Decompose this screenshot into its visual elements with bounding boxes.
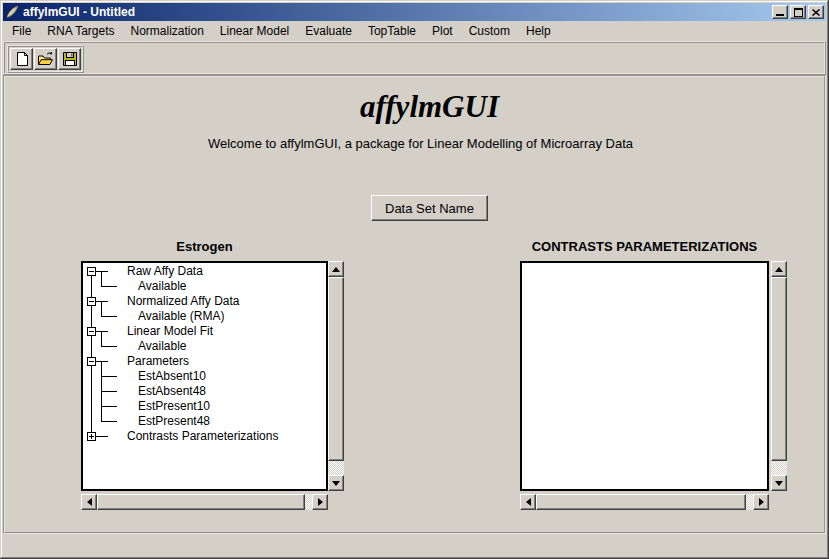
title-bar[interactable]: affylmGUI - Untitled <box>3 3 826 21</box>
data-set-name-button[interactable]: Data Set Name <box>371 195 488 221</box>
contrasts-horizontal-scrollbar[interactable] <box>520 494 769 510</box>
right-arrow-icon <box>318 498 323 506</box>
scroll-thumb[interactable] <box>97 494 305 510</box>
tree-horizontal-scrollbar[interactable] <box>81 494 328 510</box>
menu-evaluate[interactable]: Evaluate <box>297 22 360 41</box>
minimize-button[interactable] <box>772 5 788 19</box>
close-icon <box>812 9 820 16</box>
scroll-thumb[interactable] <box>536 494 746 510</box>
toolbar-button-group <box>7 45 84 73</box>
down-arrow-icon <box>332 481 340 486</box>
left-arrow-icon <box>87 498 92 506</box>
open-folder-icon <box>37 51 54 67</box>
menu-custom[interactable]: Custom <box>461 22 518 41</box>
toolbar <box>3 41 826 75</box>
tree-node-label: Linear Model Fit <box>127 324 213 339</box>
scroll-right-button[interactable] <box>753 494 769 510</box>
menu-normalization[interactable]: Normalization <box>123 22 212 41</box>
new-document-icon <box>14 51 30 67</box>
tree-node-label: Parameters <box>127 354 189 369</box>
maximize-button[interactable] <box>790 5 806 19</box>
tree-node-label: Normalized Affy Data <box>127 294 240 309</box>
scroll-down-button[interactable] <box>328 475 344 491</box>
scroll-thumb[interactable] <box>328 277 344 461</box>
scroll-down-button[interactable] <box>771 475 787 491</box>
minimize-icon <box>776 14 784 16</box>
scroll-left-button[interactable] <box>81 494 97 510</box>
tree-leaf-estabsent10[interactable]: EstAbsent10 <box>83 369 326 384</box>
status-tree[interactable]: Raw Affy DataAvailableNormalized Affy Da… <box>81 261 328 491</box>
app-feather-icon <box>5 5 20 19</box>
collapse-toggle[interactable] <box>87 357 96 366</box>
tree-leaf-label: Available <box>138 279 186 294</box>
up-arrow-icon <box>775 267 783 272</box>
open-file-button[interactable] <box>34 48 57 70</box>
right-arrow-icon <box>759 498 764 506</box>
expand-toggle[interactable] <box>87 432 96 441</box>
tree-node-label: Contrasts Parameterizations <box>127 429 278 444</box>
up-arrow-icon <box>332 267 340 272</box>
tree-leaf-label: Available (RMA) <box>138 309 224 324</box>
menu-help[interactable]: Help <box>518 22 559 41</box>
status-area <box>3 536 826 556</box>
scroll-left-button[interactable] <box>520 494 536 510</box>
contrasts-vertical-scrollbar[interactable] <box>771 261 787 491</box>
app-title: affylmGUI <box>35 89 824 125</box>
main-content: affylmGUI Welcome to affylmGUI, a packag… <box>3 75 826 534</box>
menu-toptable[interactable]: TopTable <box>360 22 424 41</box>
menu-rna-targets[interactable]: RNA Targets <box>39 22 122 41</box>
app-window: affylmGUI - Untitled FileRNA TargetsNorm… <box>0 0 829 559</box>
tree-leaf-available-rma[interactable]: Available (RMA) <box>83 309 326 324</box>
tree-leaf-estpresent10[interactable]: EstPresent10 <box>83 399 326 414</box>
tree-node-contrasts-parameterizations[interactable]: Contrasts Parameterizations <box>83 429 326 444</box>
collapse-toggle[interactable] <box>87 297 96 306</box>
scroll-up-button[interactable] <box>771 261 787 277</box>
tree-leaf-label: EstPresent48 <box>138 414 210 429</box>
collapse-toggle[interactable] <box>87 267 96 276</box>
menu-file[interactable]: File <box>4 22 39 41</box>
close-button[interactable] <box>808 5 824 19</box>
tree-leaf-label: Available <box>138 339 186 354</box>
tree-leaf-label: EstAbsent48 <box>138 384 206 399</box>
welcome-text: Welcome to affylmGUI, a package for Line… <box>17 136 824 151</box>
tree-node-raw-affy-data[interactable]: Raw Affy Data <box>83 264 326 279</box>
window-title: affylmGUI - Untitled <box>23 3 135 21</box>
tree-vertical-scrollbar[interactable] <box>328 261 344 491</box>
left-arrow-icon <box>526 498 531 506</box>
tree-node-normalized-affy-data[interactable]: Normalized Affy Data <box>83 294 326 309</box>
left-panel-title: Estrogen <box>81 239 328 255</box>
menu-bar: FileRNA TargetsNormalizationLinear Model… <box>3 21 826 41</box>
down-arrow-icon <box>775 481 783 486</box>
right-panel-title: CONTRASTS PARAMETERIZATIONS <box>520 239 769 255</box>
new-file-button[interactable] <box>10 48 33 70</box>
tree-leaf-estpresent48[interactable]: EstPresent48 <box>83 414 326 429</box>
tree-leaf-available[interactable]: Available <box>83 279 326 294</box>
scroll-thumb[interactable] <box>771 277 787 461</box>
save-icon <box>62 51 78 67</box>
tree-node-parameters[interactable]: Parameters <box>83 354 326 369</box>
save-file-button[interactable] <box>58 48 81 70</box>
window-controls <box>772 5 824 19</box>
tree-leaf-available[interactable]: Available <box>83 339 326 354</box>
scroll-right-button[interactable] <box>312 494 328 510</box>
scroll-up-button[interactable] <box>328 261 344 277</box>
tree-leaf-label: EstPresent10 <box>138 399 210 414</box>
tree-leaf-estabsent48[interactable]: EstAbsent48 <box>83 384 326 399</box>
tree-node-label: Raw Affy Data <box>127 264 203 279</box>
collapse-toggle[interactable] <box>87 327 96 336</box>
tree-node-linear-model-fit[interactable]: Linear Model Fit <box>83 324 326 339</box>
contrasts-listbox[interactable] <box>520 261 769 491</box>
menu-plot[interactable]: Plot <box>424 22 461 41</box>
maximize-icon <box>794 8 803 17</box>
tree-leaf-label: EstAbsent10 <box>138 369 206 384</box>
menu-linear-model[interactable]: Linear Model <box>212 22 297 41</box>
